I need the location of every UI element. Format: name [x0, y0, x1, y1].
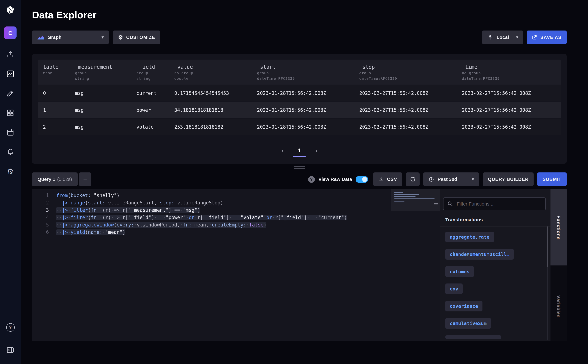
customize-button[interactable]: ⚙ CUSTOMIZE [113, 31, 160, 44]
column-label: _stop [359, 64, 457, 70]
chevron-down-icon: ▾ [472, 177, 474, 181]
query-toolbar-right: ? View Raw Data CSV [308, 172, 567, 186]
tab-variables[interactable]: Variables [550, 289, 567, 324]
bell-icon [6, 148, 14, 156]
table-row: 2msgvolate253.18181818181822023-01-28T15… [38, 118, 561, 135]
code-line: from(bucket: "shelly") [56, 192, 391, 199]
side-tabs: Functions Variables [550, 189, 567, 341]
scrollbar-thumb[interactable] [547, 227, 548, 267]
function-chip[interactable]: chandeMomentumOscill… [445, 249, 514, 260]
table-cell: msg [70, 119, 131, 135]
function-chip[interactable]: covariance [445, 301, 483, 312]
table-row: 0msgcurrent0.171545454545454532023-01-28… [38, 84, 561, 102]
column-label: _measurement [75, 64, 131, 70]
sidebar-item-help[interactable]: ? [6, 323, 15, 332]
sidebar-item-settings[interactable]: ⚙ [6, 167, 15, 176]
csv-button[interactable]: CSV [373, 172, 402, 186]
column-header: _startgroupdateTime:RFC3339 [252, 59, 354, 84]
chevron-down-icon: ▾ [516, 35, 518, 39]
line-graph-icon [6, 70, 14, 78]
csv-label: CSV [387, 177, 397, 182]
table-cell: 2 [38, 119, 70, 135]
code-line: ··|>·filter(fn:·(r)·=>·r["_measurement"]… [56, 207, 391, 214]
column-meta: string [75, 77, 131, 81]
influxdb-logo-icon [6, 6, 15, 15]
function-chip[interactable]: aggregate.rate [445, 232, 494, 242]
sidebar-item-tasks[interactable] [6, 128, 15, 137]
sidebar: C [0, 0, 21, 364]
table-cell: 2023-01-28T15:56:42.008Z [252, 102, 354, 118]
minimap-line [394, 200, 425, 200]
line-number: 6 [32, 229, 49, 236]
column-header: _stopgroupdateTime:RFC3339 [354, 59, 457, 84]
column-label: _field [137, 64, 169, 70]
column-header: _valueno groupdouble [169, 59, 252, 84]
sidebar-item-data-explorer[interactable] [6, 70, 15, 78]
query-tab[interactable]: Query 1 (0.02s) [32, 172, 78, 186]
timezone-dropdown[interactable]: Local ▾ [482, 31, 523, 44]
column-header: _fieldgroupstring [131, 59, 169, 84]
view-type-dropdown[interactable]: Graph ▾ [32, 31, 109, 44]
sidebar-item-upload[interactable] [6, 50, 15, 59]
time-range-label: Past 30d [438, 176, 457, 182]
refresh-icon [410, 176, 416, 182]
prev-page-button[interactable]: ‹ [280, 146, 285, 155]
avatar[interactable]: C [4, 26, 17, 39]
function-chip[interactable]: cumulativeSum [445, 318, 491, 329]
code-line: ··|>·filter(fn:·(r)·=>·r["_field"]·==·"p… [56, 214, 391, 221]
line-number: 3 [32, 207, 49, 214]
table-cell: 2023-02-27T15:56:42.008Z [457, 119, 561, 135]
table-cell: 2023-02-27T15:56:42.008Z [457, 85, 561, 102]
query-duration: (0.02s) [57, 176, 72, 182]
column-meta: no group [462, 71, 561, 75]
sidebar-item-expand-nav[interactable] [6, 346, 15, 354]
sidebar-item-notebooks[interactable] [6, 89, 15, 98]
sidebar-bottom: ? [6, 323, 15, 364]
code-lines: from(bucket: "shelly") |> range(start: v… [54, 192, 391, 341]
line-number: 4 [32, 214, 49, 221]
table-cell: 0 [38, 85, 70, 102]
app-root: C [0, 0, 588, 364]
tab-functions[interactable]: Functions [550, 189, 567, 266]
column-meta: group [75, 71, 131, 75]
column-header: _timeno groupdateTime:RFC3339 [457, 59, 561, 84]
influxdb-logo[interactable] [0, 0, 21, 21]
column-label: _value [174, 64, 252, 70]
time-range-dropdown[interactable]: Past 30d ▾ [423, 172, 479, 186]
table-cell: msg [70, 102, 131, 118]
minimap[interactable] [391, 189, 440, 341]
add-query-button[interactable]: + [79, 172, 91, 186]
filter-functions-input[interactable] [443, 197, 546, 210]
sidebar-item-dashboards[interactable] [6, 109, 15, 117]
calendar-icon [6, 128, 14, 136]
function-chip[interactable]: columns [445, 266, 474, 277]
code-line: |> range(start: v.timeRangeStart, stop: … [56, 199, 391, 207]
table-cell: 1 [38, 102, 70, 118]
table-cell: 2023-02-27T15:56:42.008Z [354, 119, 457, 135]
minimap-line [394, 194, 419, 195]
code-gutter: 123456 [32, 192, 54, 341]
table-cell: current [131, 85, 169, 102]
functions-search [443, 197, 546, 210]
help-tooltip-icon[interactable]: ? [308, 176, 315, 182]
pin-icon [487, 34, 493, 40]
line-number: 2 [32, 199, 49, 207]
submit-button[interactable]: SUBMIT [537, 172, 567, 186]
sidebar-item-alerts[interactable] [6, 147, 15, 156]
function-chip-partial[interactable] [445, 335, 501, 339]
view-raw-data-label: View Raw Data [319, 176, 352, 182]
upload-icon [6, 50, 14, 58]
refresh-button[interactable] [406, 172, 420, 186]
function-chip[interactable]: cov [445, 284, 463, 294]
save-as-button[interactable]: SAVE AS [527, 31, 567, 44]
functions-scrollbar [547, 227, 548, 340]
column-meta: mean [43, 71, 70, 75]
current-page[interactable]: 1 [293, 146, 306, 157]
view-raw-data-toggle[interactable] [356, 176, 368, 182]
query-builder-button[interactable]: QUERY BUILDER [483, 172, 534, 186]
panel-resize-handle[interactable] [288, 166, 310, 169]
flux-code-editor[interactable]: 123456 from(bucket: "shelly") |> range(s… [32, 189, 391, 341]
next-page-button[interactable]: › [314, 146, 319, 155]
query-toolbar: Query 1 (0.02s) + ? View Raw Data CSV [32, 172, 567, 186]
table-cell: 34.18181818181818 [169, 102, 252, 118]
